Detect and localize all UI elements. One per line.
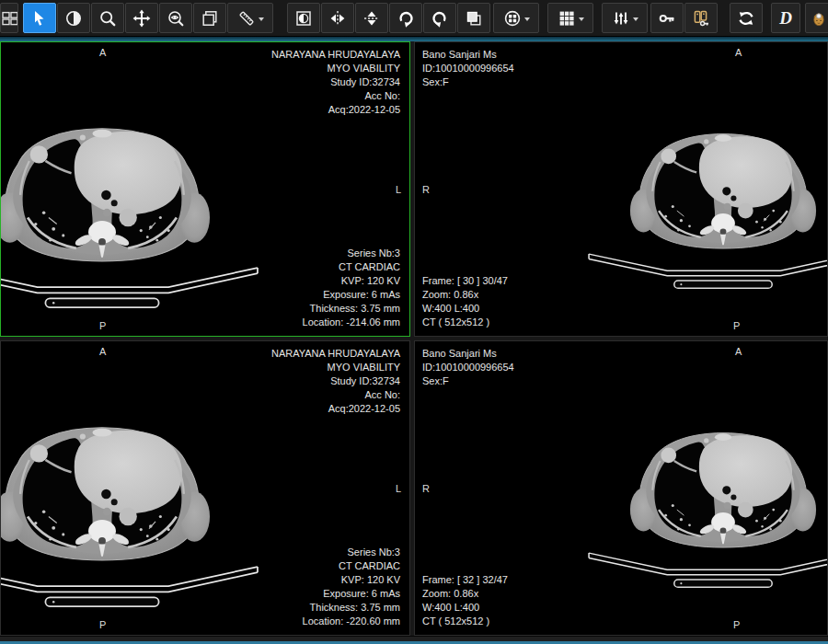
frame-info-overlay: Frame: [ 32 ] 32/47 Zoom: 0.86x W:400 L:… bbox=[422, 573, 508, 628]
stack-scroll-tool-button[interactable] bbox=[193, 3, 226, 33]
overlay-line: W:400 L:400 bbox=[422, 601, 508, 615]
rotate-left-icon bbox=[431, 9, 449, 28]
orientation-marker-posterior: P bbox=[733, 619, 740, 630]
frame-info-overlay: Frame: [ 30 ] 30/47 Zoom: 0.86x W:400 L:… bbox=[422, 274, 508, 329]
contrast-icon bbox=[64, 9, 83, 28]
overlay-line: CT CARDIAC bbox=[303, 559, 400, 573]
magnify-tool-button[interactable] bbox=[159, 3, 192, 33]
overlay-line: Sex:F bbox=[422, 75, 514, 89]
chevron-down-icon bbox=[524, 17, 530, 21]
overlay-line: Bano Sanjari Ms bbox=[422, 48, 514, 62]
pointer-tool-button[interactable] bbox=[23, 3, 56, 33]
orientation-marker-posterior: P bbox=[733, 320, 740, 331]
overlay-line: NARAYANA HRUDAYALAYA bbox=[271, 48, 400, 62]
overlay-line: Study ID:32734 bbox=[271, 75, 400, 89]
overlay-line: Sex:F bbox=[422, 374, 514, 388]
series-info-overlay: Series Nb:3 CT CARDIAC KVP: 120 KV Expos… bbox=[303, 546, 400, 628]
rotate-left-tool-button[interactable] bbox=[423, 3, 456, 33]
orientation-marker-anterior: A bbox=[735, 47, 742, 58]
overlay-line: ID:10010000996654 bbox=[422, 62, 514, 75]
overlay-line: Acq:2022-12-05 bbox=[271, 402, 400, 416]
overlay-line: W:400 L:400 bbox=[422, 302, 508, 316]
orientation-marker-right: R bbox=[422, 483, 430, 494]
invert-tool-button[interactable] bbox=[287, 3, 320, 33]
cards-key-icon bbox=[692, 9, 710, 28]
orientation-marker-posterior: P bbox=[99, 619, 106, 630]
orientation-marker-anterior: A bbox=[99, 47, 106, 58]
viewport-bottom-right[interactable]: R A P Bano Sanjari Ms ID:10010000996654 … bbox=[414, 340, 828, 636]
overlay-line: Frame: [ 32 ] 32/47 bbox=[422, 573, 508, 587]
chevron-down-icon bbox=[259, 17, 264, 21]
overlay-line: Thickness: 3.75 mm bbox=[303, 601, 400, 615]
magnifier-icon bbox=[98, 9, 117, 28]
measure-tool-button[interactable] bbox=[227, 3, 273, 33]
refresh-icon bbox=[737, 9, 755, 28]
overlay-line: Acc No: bbox=[271, 89, 400, 103]
overlay-line: CT CARDIAC bbox=[303, 260, 400, 274]
dicom-tags-button[interactable]: D bbox=[771, 3, 800, 33]
study-info-overlay: NARAYANA HRUDAYALAYA MYO VIABILITY Study… bbox=[271, 48, 400, 117]
overlay-line: Exposure: 6 mAs bbox=[303, 288, 400, 302]
viewport-top-right[interactable]: R A P Bano Sanjari Ms ID:10010000996654 … bbox=[414, 41, 828, 337]
orientation-marker-right: R bbox=[422, 184, 430, 195]
series-info-overlay: Series Nb:3 CT CARDIAC KVP: 120 KV Expos… bbox=[303, 247, 400, 329]
grid-icon bbox=[558, 9, 576, 28]
pointer-icon bbox=[30, 9, 49, 28]
overlay-line: Series Nb:3 bbox=[303, 247, 400, 260]
overlay-line: NARAYANA HRUDAYALAYA bbox=[271, 347, 400, 361]
copy-reset-tool-button[interactable] bbox=[457, 3, 490, 33]
mpr-layout-button[interactable] bbox=[493, 3, 539, 33]
pan-arrows-icon bbox=[132, 9, 151, 28]
status-bar bbox=[0, 636, 828, 644]
magnify-eye-icon bbox=[167, 9, 185, 28]
zoom-tool-button[interactable] bbox=[91, 3, 124, 33]
overlay-line: Location: -220.60 mm bbox=[303, 615, 400, 628]
overlay-line: KVP: 120 KV bbox=[303, 573, 400, 587]
stack-icon bbox=[201, 9, 219, 28]
study-info-overlay: NARAYANA HRUDAYALAYA MYO VIABILITY Study… bbox=[271, 347, 400, 416]
overlay-line: Bano Sanjari Ms bbox=[422, 347, 514, 361]
dicom-d-label: D bbox=[779, 9, 792, 27]
refresh-button[interactable] bbox=[730, 3, 763, 33]
flip-vertical-tool-button[interactable] bbox=[355, 3, 388, 33]
circle-grid-icon bbox=[503, 9, 522, 28]
overlay-line: Study ID:32734 bbox=[271, 374, 400, 388]
layout-partial-button[interactable] bbox=[0, 3, 18, 33]
grid-layout-button[interactable] bbox=[547, 3, 593, 33]
chevron-down-icon bbox=[633, 17, 638, 21]
viewport-top-left[interactable]: A L P NARAYANA HRUDAYALAYA MYO VIABILITY… bbox=[0, 41, 410, 337]
copy-icon bbox=[465, 9, 483, 28]
viewport-bottom-left[interactable]: A L P NARAYANA HRUDAYALAYA MYO VIABILITY… bbox=[0, 340, 410, 636]
ct-image bbox=[583, 86, 828, 324]
key-object-button[interactable] bbox=[650, 3, 684, 33]
overlay-line: Thickness: 3.75 mm bbox=[303, 302, 400, 316]
flip-horizontal-tool-button[interactable] bbox=[321, 3, 354, 33]
ct-image bbox=[583, 385, 828, 623]
overlay-line: Acc No: bbox=[271, 388, 400, 402]
ruler-icon bbox=[237, 9, 256, 28]
ct-image bbox=[0, 373, 264, 636]
rotate-right-icon bbox=[397, 9, 415, 28]
orientation-marker-left: L bbox=[396, 483, 401, 494]
orientation-marker-anterior: A bbox=[735, 346, 742, 357]
orientation-marker-anterior: A bbox=[99, 346, 106, 357]
chevron-down-icon bbox=[579, 17, 584, 21]
invert-icon bbox=[294, 9, 313, 28]
pan-tool-button[interactable] bbox=[125, 3, 158, 33]
doctor-head-icon bbox=[810, 9, 828, 28]
overlay-line: Frame: [ 30 ] 30/47 bbox=[422, 274, 508, 288]
user-doctor-button[interactable] bbox=[805, 3, 828, 33]
sort-frames-button[interactable] bbox=[602, 3, 648, 33]
rotate-right-tool-button[interactable] bbox=[389, 3, 422, 33]
shortcuts-key-button[interactable] bbox=[684, 3, 718, 33]
key-icon bbox=[658, 9, 676, 28]
overlay-line: KVP: 120 KV bbox=[303, 274, 400, 288]
overlay-line: CT ( 512x512 ) bbox=[422, 615, 508, 628]
main-toolbar: D bbox=[0, 0, 828, 37]
overlay-line: CT ( 512x512 ) bbox=[422, 316, 508, 329]
overlay-line: ID:10010000996654 bbox=[422, 361, 514, 374]
window-level-tool-button[interactable] bbox=[57, 3, 90, 33]
flip-vertical-icon bbox=[362, 9, 381, 28]
viewport-grid: A L P NARAYANA HRUDAYALAYA MYO VIABILITY… bbox=[0, 41, 828, 636]
overlay-line: Zoom: 0.86x bbox=[422, 288, 508, 302]
